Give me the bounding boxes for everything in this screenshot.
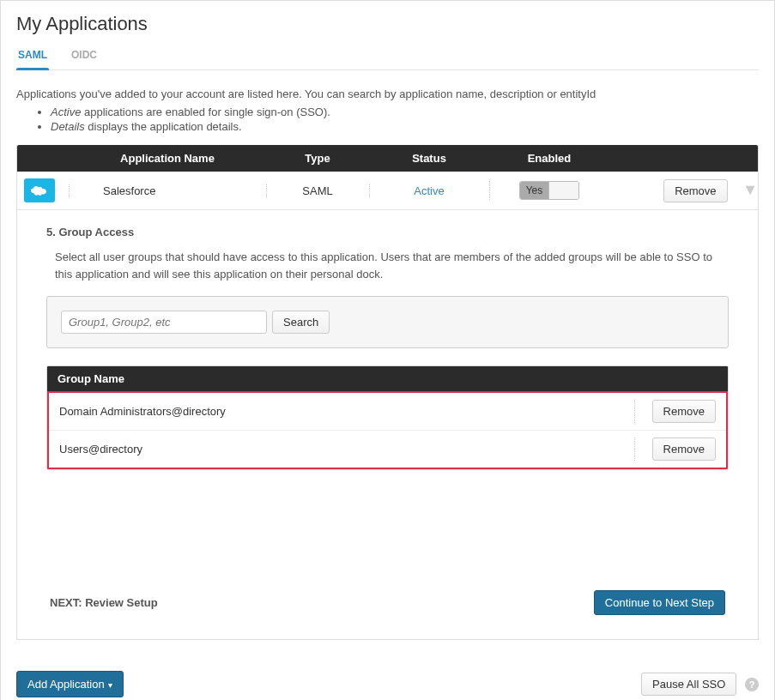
- col-header-status: Status: [369, 152, 489, 165]
- app-enabled-cell: Yes: [489, 174, 609, 207]
- groups-table: Group Name Domain Administrators@directo…: [46, 365, 729, 470]
- group-search-box: Search: [46, 296, 729, 348]
- intro-bullet-text: displays the application details.: [85, 120, 242, 133]
- intro-bullet-text: applications are enabled for single sign…: [81, 106, 330, 118]
- intro-bullets: Active applications are enabled for sing…: [51, 106, 759, 133]
- groups-table-body: Domain Administrators@directory Remove U…: [47, 391, 728, 469]
- section-description: Select all user groups that should have …: [55, 249, 729, 282]
- my-applications-page: My Applications SAML OIDC Applications y…: [0, 0, 775, 700]
- group-row: Users@directory Remove: [49, 431, 726, 468]
- section-title: 5. Group Access: [46, 226, 729, 238]
- tab-saml[interactable]: SAML: [16, 44, 49, 69]
- intro-bullet-em: Details: [51, 120, 85, 133]
- page-title: My Applications: [16, 13, 759, 35]
- col-header-enabled: Enabled: [489, 152, 609, 165]
- group-search-button[interactable]: Search: [272, 311, 330, 334]
- status-active-link[interactable]: Active: [414, 184, 444, 197]
- pause-all-sso-button[interactable]: Pause All SSO: [641, 673, 736, 696]
- group-name-cell: Domain Administrators@directory: [59, 405, 226, 418]
- enabled-toggle[interactable]: Yes: [519, 181, 579, 200]
- intro-text: Applications you've added to your accoun…: [16, 88, 759, 100]
- expand-row-icon[interactable]: ▼: [730, 181, 758, 198]
- salesforce-logo-icon: [24, 178, 55, 202]
- groups-table-header: Group Name: [47, 366, 728, 391]
- remove-app-button[interactable]: Remove: [663, 179, 727, 202]
- caret-down-icon: ▾: [108, 680, 112, 690]
- col-header-name: Application Name: [69, 152, 266, 165]
- pause-sso-wrap: Pause All SSO ?: [641, 673, 759, 696]
- applications-panel: Application Name Type Status Enabled Sal…: [16, 145, 759, 640]
- page-footer: Add Application▾ Pause All SSO ?: [16, 671, 759, 697]
- intro-bullet-em: Active: [51, 106, 81, 118]
- app-type-cell: SAML: [266, 178, 369, 204]
- group-access-section: 5. Group Access Select all user groups t…: [17, 210, 758, 639]
- app-type-tabs: SAML OIDC: [16, 44, 759, 70]
- group-action-cell: Remove: [634, 438, 716, 461]
- next-step-label: NEXT: Review Setup: [50, 596, 158, 609]
- app-row-salesforce: Salesforce SAML Active Yes Remove ▼: [17, 172, 758, 210]
- toggle-off-label: [549, 182, 578, 199]
- help-icon[interactable]: ?: [745, 678, 759, 691]
- remove-group-button[interactable]: Remove: [652, 438, 716, 461]
- group-search-input[interactable]: [61, 311, 267, 334]
- add-application-button[interactable]: Add Application▾: [16, 671, 124, 697]
- continue-next-step-button[interactable]: Continue to Next Step: [594, 590, 725, 615]
- add-application-label: Add Application: [27, 678, 105, 691]
- group-action-cell: Remove: [634, 400, 716, 423]
- app-actions-cell: Remove ▼: [609, 172, 758, 209]
- remove-group-button[interactable]: Remove: [652, 400, 716, 423]
- group-name-cell: Users@directory: [59, 443, 142, 456]
- group-row: Domain Administrators@directory Remove: [49, 393, 726, 431]
- intro-bullet-details: Details displays the application details…: [51, 120, 759, 133]
- tab-oidc[interactable]: OIDC: [70, 44, 99, 69]
- col-header-type: Type: [266, 152, 369, 165]
- intro-bullet-active: Active applications are enabled for sing…: [51, 106, 759, 118]
- apps-table-header: Application Name Type Status Enabled: [17, 145, 758, 172]
- app-name-cell: Salesforce: [69, 178, 266, 204]
- toggle-on-label: Yes: [520, 182, 549, 199]
- wizard-footer: NEXT: Review Setup Continue to Next Step: [46, 590, 729, 615]
- app-status-cell: Active: [369, 178, 489, 204]
